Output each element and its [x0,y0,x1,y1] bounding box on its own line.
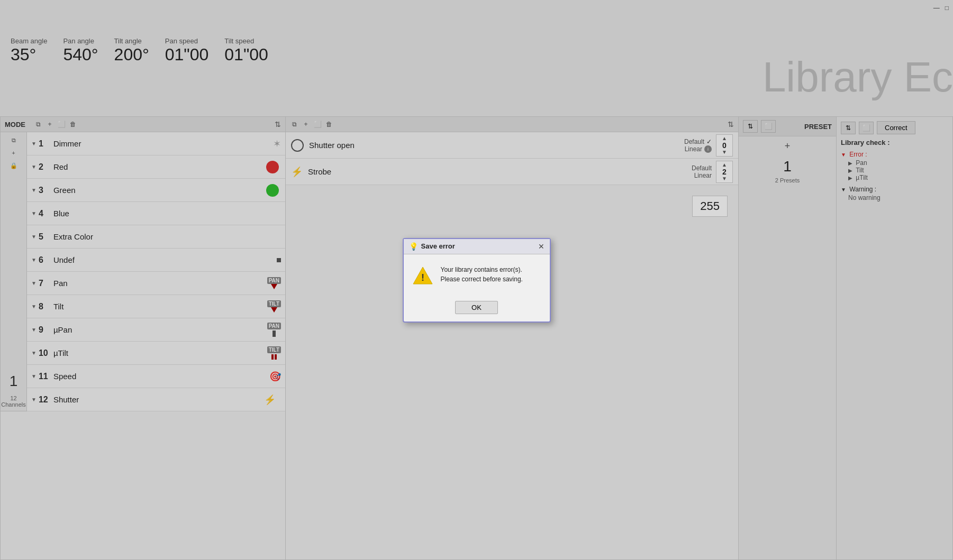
modal-message-line1: Your library contains error(s). [441,266,522,273]
modal-close-button[interactable]: ✕ [538,242,544,251]
ok-button[interactable]: OK [455,301,498,314]
modal-footer: OK [404,297,550,322]
save-error-dialog: 💡 Save error ✕ ! Your library contains e… [403,238,551,323]
modal-overlay: 💡 Save error ✕ ! Your library contains e… [0,0,953,560]
modal-body: ! Your library contains error(s). Please… [404,254,550,297]
svg-text:!: ! [421,272,424,283]
modal-message: Your library contains error(s). Please c… [441,265,523,284]
modal-message-line2: Please correct before saving. [441,276,523,283]
modal-bulb-icon: 💡 [409,242,418,251]
modal-title-bar: 💡 Save error ✕ [404,239,550,254]
warning-triangle-icon: ! [412,265,433,286]
modal-title: Save error [421,242,538,250]
